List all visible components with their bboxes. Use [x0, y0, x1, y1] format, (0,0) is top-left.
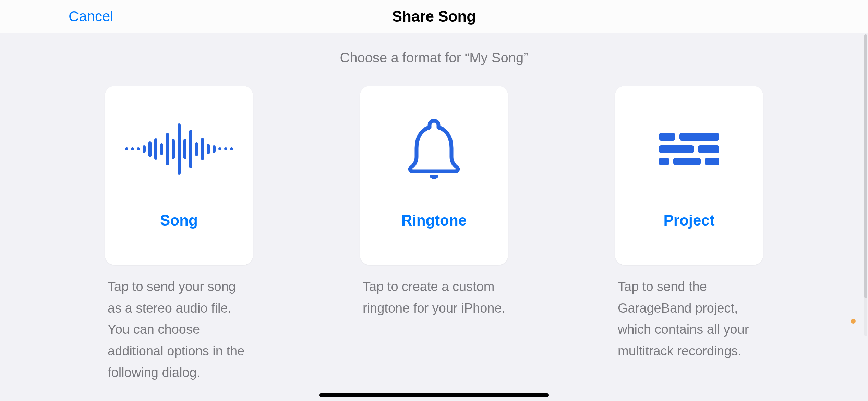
- home-indicator[interactable]: [319, 393, 549, 397]
- song-card[interactable]: Song: [105, 86, 253, 265]
- format-option-project: Project Tap to send the GarageBand proje…: [615, 86, 763, 383]
- content-area: Choose a format for “My Song”: [0, 33, 868, 383]
- multitrack-icon: [615, 86, 763, 212]
- project-card[interactable]: Project: [615, 86, 763, 265]
- ringtone-card-title: Ringtone: [360, 212, 508, 265]
- cancel-button[interactable]: Cancel: [69, 8, 113, 25]
- ringtone-card[interactable]: Ringtone: [360, 86, 508, 265]
- format-option-ringtone: Ringtone Tap to create a custom ringtone…: [360, 86, 508, 383]
- format-prompt: Choose a format for “My Song”: [340, 50, 528, 65]
- scrollbar-thumb[interactable]: [864, 34, 867, 298]
- navbar: Cancel Share Song: [0, 0, 868, 33]
- format-cards-row: Song Tap to send your song as a stereo a…: [105, 86, 763, 383]
- bell-icon: [360, 86, 508, 212]
- project-card-description: Tap to send the GarageBand project, whic…: [615, 276, 763, 362]
- page-title: Share Song: [392, 8, 476, 25]
- song-card-title: Song: [105, 212, 253, 265]
- ringtone-card-description: Tap to create a custom ringtone for your…: [360, 276, 508, 319]
- side-indicator-dot: [851, 319, 856, 324]
- project-card-title: Project: [615, 212, 763, 265]
- waveform-icon: [105, 86, 253, 212]
- format-option-song: Song Tap to send your song as a stereo a…: [105, 86, 253, 383]
- song-card-description: Tap to send your song as a stereo audio …: [105, 276, 253, 383]
